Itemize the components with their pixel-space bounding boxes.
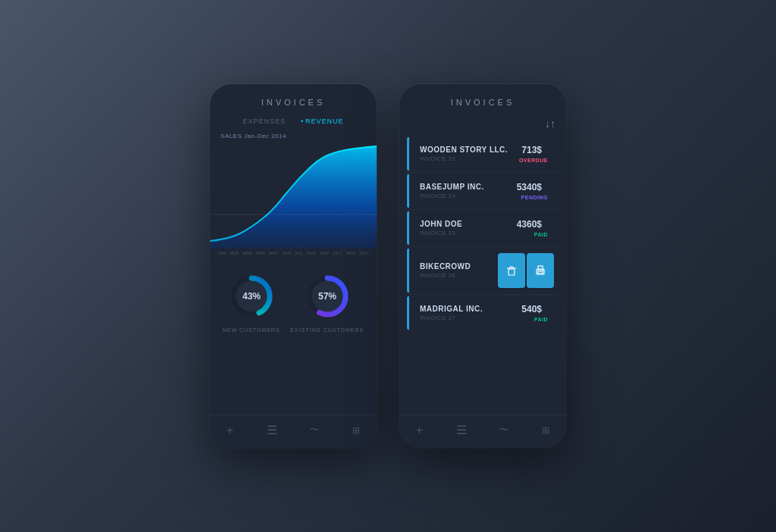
invoice-num-basejump: INVOICE 24 xyxy=(420,192,517,199)
invoice-right-john-doe: 4360$ PAID xyxy=(517,219,548,237)
left-bottom-nav: + ☰ 〜 ⊞ xyxy=(210,415,377,448)
invoice-info-basejump: BASEJUMP INC. INVOICE 24 xyxy=(420,183,517,199)
divider-2 xyxy=(407,209,559,210)
invoice-right-basejump: 5340$ PENDING xyxy=(517,182,548,200)
invoice-right-madrigal: 540$ PAID xyxy=(521,304,548,322)
right-nav-list-icon[interactable]: ☰ xyxy=(456,423,467,437)
invoice-num-wooden-story: INVOICE 23 xyxy=(420,155,519,162)
right-bottom-nav: + ☰ 〜 ⊞ xyxy=(399,415,566,448)
donut-label-1: NEW CUSTOMERS xyxy=(223,327,280,333)
invoice-row-john-doe[interactable]: JOHN DOE INVOICE 25 4360$ PAID xyxy=(407,211,559,245)
right-phone-title: INVOICES xyxy=(399,84,566,114)
svg-rect-0 xyxy=(508,269,515,275)
invoice-info-madrigal: MADRIGAL INC. INVOICE 27 xyxy=(420,305,521,321)
chart-area: SALES Jan-Dec 2014 xyxy=(210,131,377,415)
donut-new-customers-chart: 43% xyxy=(225,270,278,323)
chart-label: SALES Jan-Dec 2014 xyxy=(210,131,377,142)
invoice-num-bikecrowd: INVOICE 26 xyxy=(420,272,498,279)
left-nav-list-icon[interactable]: ☰ xyxy=(267,423,277,437)
left-nav-add-icon[interactable]: + xyxy=(227,424,233,437)
chart-fill xyxy=(210,146,377,249)
invoice-amount-john-doe: 4360$ xyxy=(517,219,542,230)
donut-existing-customers-chart: 57% xyxy=(301,270,354,323)
left-phone: INVOICES EXPENSES •REVENUE SALES Jan-Dec… xyxy=(210,84,377,448)
right-nav-add-icon[interactable]: + xyxy=(416,424,423,437)
print-icon xyxy=(534,264,546,277)
donut-pct-text-1: 43% xyxy=(242,291,261,302)
phones-container: INVOICES EXPENSES •REVENUE SALES Jan-Dec… xyxy=(210,84,566,448)
divider-3 xyxy=(407,246,559,247)
invoice-name-madrigal: MADRIGAL INC. xyxy=(420,305,521,313)
area-chart xyxy=(210,142,377,249)
invoice-status-wooden-story: OVERDUE xyxy=(519,158,548,163)
invoice-row-wooden-story[interactable]: WOODEN STORY LLC. INVOICE 23 713$ OVERDU… xyxy=(407,137,559,171)
invoice-name-basejump: BASEJUMP INC. xyxy=(420,183,517,191)
left-phone-title: INVOICES xyxy=(210,84,377,114)
right-phone: INVOICES ↓↑ WOODEN STORY LLC. INVOICE 23… xyxy=(399,84,566,448)
invoice-status-basejump: PENDING xyxy=(521,195,548,200)
print-button-bikecrowd[interactable] xyxy=(527,253,554,288)
invoice-num-john-doe: INVOICE 25 xyxy=(420,230,517,236)
invoice-name-wooden-story: WOODEN STORY LLC. xyxy=(420,146,519,154)
left-nav-grid-icon[interactable]: ⊞ xyxy=(352,425,360,436)
invoice-info-bikecrowd: BIKECROWD INVOICE 26 xyxy=(420,262,498,279)
delete-button-bikecrowd[interactable] xyxy=(498,253,525,288)
invoice-row-bikecrowd[interactable]: BIKECROWD INVOICE 26 xyxy=(407,249,559,293)
right-nav-grid-icon[interactable]: ⊞ xyxy=(542,425,549,436)
donut-new-customers: 43% NEW CUSTOMERS xyxy=(223,270,280,333)
invoice-list: WOODEN STORY LLC. INVOICE 23 713$ OVERDU… xyxy=(399,136,566,415)
left-nav-graph-icon[interactable]: 〜 xyxy=(310,424,319,437)
invoice-name-john-doe: JOHN DOE xyxy=(420,220,517,228)
invoice-status-madrigal: PAID xyxy=(534,317,548,322)
donut-svg-1: 43% xyxy=(225,270,278,323)
invoice-info-john-doe: JOHN DOE INVOICE 25 xyxy=(420,220,517,236)
svg-point-8 xyxy=(543,270,544,271)
invoice-row-madrigal[interactable]: MADRIGAL INC. INVOICE 27 540$ PAID xyxy=(407,296,559,330)
invoice-amount-basejump: 5340$ xyxy=(517,182,542,192)
invoice-info-wooden-story: WOODEN STORY LLC. INVOICE 23 xyxy=(420,146,519,162)
invoice-amount-wooden-story: 713$ xyxy=(521,145,542,155)
svg-rect-7 xyxy=(538,271,543,274)
chart-months: JAN FEB MAR APR MAY JUN JUL AUG SEP OCT … xyxy=(210,249,377,258)
donut-label-2: EXISTING CUSTOMERS xyxy=(290,327,364,333)
sort-icon-row: ↓↑ xyxy=(399,114,566,136)
tab-expenses[interactable]: EXPENSES xyxy=(242,117,286,125)
tab-dot: • xyxy=(301,117,304,125)
tab-bar: EXPENSES •REVENUE xyxy=(210,114,377,131)
donut-pct-text-2: 57% xyxy=(318,291,336,302)
right-nav-graph-icon[interactable]: 〜 xyxy=(499,424,508,437)
invoice-right-wooden-story: 713$ OVERDUE xyxy=(519,145,548,163)
action-buttons-bikecrowd xyxy=(498,253,554,288)
invoice-num-madrigal: INVOICE 27 xyxy=(420,315,521,321)
invoice-amount-madrigal: 540$ xyxy=(521,304,542,315)
tab-revenue[interactable]: •REVENUE xyxy=(301,117,344,125)
divider-4 xyxy=(407,294,559,295)
invoice-status-john-doe: PAID xyxy=(534,232,548,237)
divider-1 xyxy=(407,172,559,173)
sort-icon[interactable]: ↓↑ xyxy=(545,117,555,130)
chart-wrapper xyxy=(210,142,377,249)
donut-row: 43% NEW CUSTOMERS xyxy=(210,258,377,339)
donut-existing-customers: 57% EXISTING CUSTOMERS xyxy=(290,270,364,333)
invoice-row-basejump[interactable]: BASEJUMP INC. INVOICE 24 5340$ PENDING xyxy=(407,174,559,208)
trash-icon xyxy=(505,264,518,277)
invoice-name-bikecrowd: BIKECROWD xyxy=(420,262,498,271)
donut-svg-2: 57% xyxy=(301,270,354,323)
